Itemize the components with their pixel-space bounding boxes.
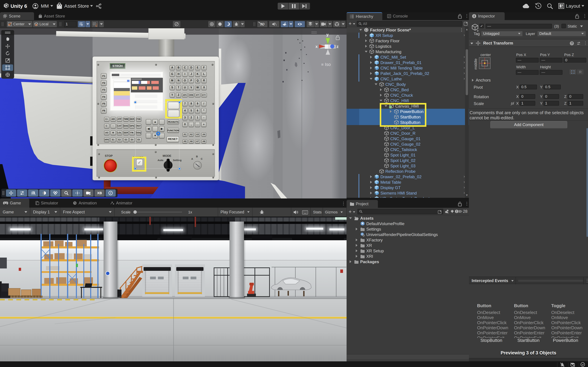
svg-text:z: z [337, 44, 338, 49]
svg-text:?: ? [571, 42, 573, 45]
svg-text:y: y [326, 32, 329, 37]
svg-text:Y: Y [81, 24, 83, 26]
svg-text:x: x [315, 44, 318, 49]
